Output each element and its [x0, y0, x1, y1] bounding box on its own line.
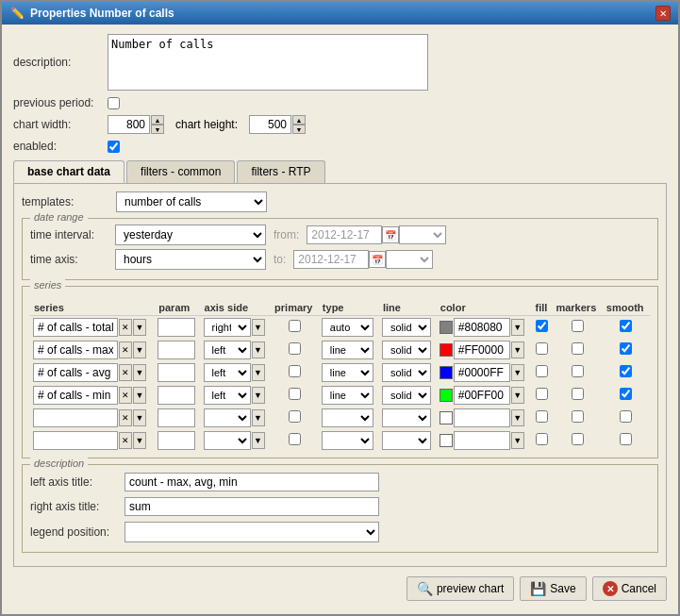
- time-interval-select[interactable]: yesterday today last week last month: [115, 225, 266, 245]
- chart-width-input[interactable]: [108, 115, 150, 134]
- color-input[interactable]: [454, 431, 510, 450]
- color-swatch[interactable]: [440, 366, 453, 379]
- line-select[interactable]: solid dashed: [382, 363, 431, 382]
- type-select[interactable]: line auto bar: [322, 341, 373, 359]
- axis-side-select[interactable]: [204, 408, 251, 427]
- param-input[interactable]: [158, 386, 195, 405]
- right-axis-input[interactable]: [124, 497, 379, 516]
- axis-side-select[interactable]: left right: [204, 386, 251, 405]
- line-select[interactable]: solid dashed: [382, 386, 431, 405]
- color-dropdown[interactable]: ▼: [511, 341, 524, 358]
- series-remove-btn[interactable]: ✕: [119, 364, 132, 381]
- primary-checkbox[interactable]: [289, 320, 301, 332]
- fill-checkbox[interactable]: [536, 320, 548, 332]
- primary-checkbox[interactable]: [289, 388, 301, 400]
- param-input[interactable]: [158, 363, 195, 382]
- series-down-btn[interactable]: ▼: [133, 364, 146, 381]
- color-input[interactable]: [454, 386, 510, 405]
- series-down-btn[interactable]: ▼: [133, 432, 146, 449]
- fill-checkbox[interactable]: [536, 388, 548, 400]
- axis-side-select[interactable]: right left: [204, 318, 251, 337]
- series-remove-btn[interactable]: ✕: [119, 387, 132, 404]
- series-down-btn[interactable]: ▼: [133, 387, 146, 404]
- markers-checkbox[interactable]: [572, 388, 584, 400]
- smooth-checkbox[interactable]: [620, 388, 632, 400]
- chart-height-down[interactable]: ▼: [292, 125, 306, 134]
- color-dropdown[interactable]: ▼: [511, 319, 524, 336]
- axis-side-dropdown[interactable]: ▼: [252, 432, 265, 449]
- axis-side-dropdown[interactable]: ▼: [252, 364, 265, 381]
- markers-checkbox[interactable]: [572, 410, 584, 423]
- primary-checkbox[interactable]: [289, 365, 301, 377]
- color-swatch[interactable]: [440, 389, 453, 402]
- series-name-input[interactable]: [33, 408, 118, 427]
- series-remove-btn[interactable]: ✕: [119, 341, 132, 358]
- to-time-select[interactable]: [386, 250, 433, 269]
- color-dropdown[interactable]: ▼: [511, 432, 524, 449]
- smooth-checkbox[interactable]: [620, 342, 632, 355]
- color-input[interactable]: [454, 341, 510, 359]
- cancel-button[interactable]: ✕ Cancel: [592, 576, 667, 601]
- series-name-input[interactable]: [33, 341, 118, 359]
- series-name-input[interactable]: [33, 431, 118, 450]
- axis-side-select[interactable]: left right: [204, 341, 251, 359]
- color-input[interactable]: [454, 363, 510, 382]
- fill-checkbox[interactable]: [536, 365, 548, 377]
- enabled-checkbox[interactable]: [108, 141, 120, 153]
- smooth-checkbox[interactable]: [620, 320, 632, 332]
- color-swatch[interactable]: [440, 411, 453, 425]
- color-input[interactable]: [454, 408, 510, 427]
- chart-width-up[interactable]: ▲: [151, 115, 164, 125]
- preview-chart-button[interactable]: 🔍 preview chart: [406, 576, 514, 601]
- param-input[interactable]: [158, 341, 195, 359]
- fill-checkbox[interactable]: [536, 410, 548, 423]
- fill-checkbox[interactable]: [536, 433, 548, 445]
- axis-side-dropdown[interactable]: ▼: [252, 387, 265, 404]
- axis-side-dropdown[interactable]: ▼: [252, 319, 265, 336]
- tab-base-chart-data[interactable]: base chart data: [13, 160, 124, 183]
- type-select[interactable]: line auto bar: [322, 363, 373, 382]
- smooth-checkbox[interactable]: [620, 410, 632, 423]
- color-dropdown[interactable]: ▼: [511, 364, 524, 381]
- color-input[interactable]: [454, 318, 510, 337]
- description-input[interactable]: Number of calls: [108, 34, 428, 91]
- series-remove-btn[interactable]: ✕: [119, 319, 132, 336]
- series-name-input[interactable]: [33, 386, 118, 405]
- series-name-input[interactable]: [33, 318, 118, 337]
- from-time-select[interactable]: [399, 225, 446, 244]
- from-calendar-icon[interactable]: 📅: [382, 226, 399, 243]
- tab-filters-rtp[interactable]: filters - RTP: [237, 160, 324, 183]
- line-select[interactable]: [382, 408, 431, 427]
- close-button[interactable]: ✕: [655, 6, 671, 21]
- type-select[interactable]: [322, 408, 373, 427]
- line-select[interactable]: solid dashed dotted: [382, 318, 431, 337]
- color-swatch[interactable]: [440, 343, 453, 357]
- color-dropdown[interactable]: ▼: [511, 387, 524, 404]
- markers-checkbox[interactable]: [572, 320, 584, 332]
- series-down-btn[interactable]: ▼: [133, 341, 146, 358]
- color-swatch[interactable]: [440, 434, 453, 447]
- series-down-btn[interactable]: ▼: [133, 319, 146, 336]
- axis-side-select[interactable]: [204, 431, 251, 450]
- save-button[interactable]: 💾 Save: [520, 576, 586, 601]
- type-select[interactable]: auto line bar: [322, 318, 373, 337]
- series-remove-btn[interactable]: ✕: [119, 432, 132, 449]
- fill-checkbox[interactable]: [536, 342, 548, 355]
- primary-checkbox[interactable]: [289, 410, 301, 423]
- series-name-input[interactable]: [33, 363, 118, 382]
- templates-select[interactable]: number of calls: [116, 191, 267, 212]
- tab-filters-common[interactable]: filters - common: [126, 160, 235, 183]
- time-axis-select[interactable]: hours days weeks: [115, 249, 266, 270]
- legend-select[interactable]: top bottom left right: [124, 522, 379, 542]
- markers-checkbox[interactable]: [572, 433, 584, 445]
- left-axis-input[interactable]: [124, 473, 379, 491]
- primary-checkbox[interactable]: [289, 342, 301, 355]
- from-date-input[interactable]: [307, 225, 382, 244]
- chart-height-up[interactable]: ▲: [292, 115, 306, 125]
- param-input[interactable]: [158, 318, 195, 337]
- color-swatch[interactable]: [440, 321, 453, 334]
- line-select[interactable]: solid dashed: [382, 341, 431, 359]
- previous-period-checkbox[interactable]: [108, 97, 120, 109]
- axis-side-dropdown[interactable]: ▼: [252, 409, 265, 426]
- param-input[interactable]: [158, 431, 195, 450]
